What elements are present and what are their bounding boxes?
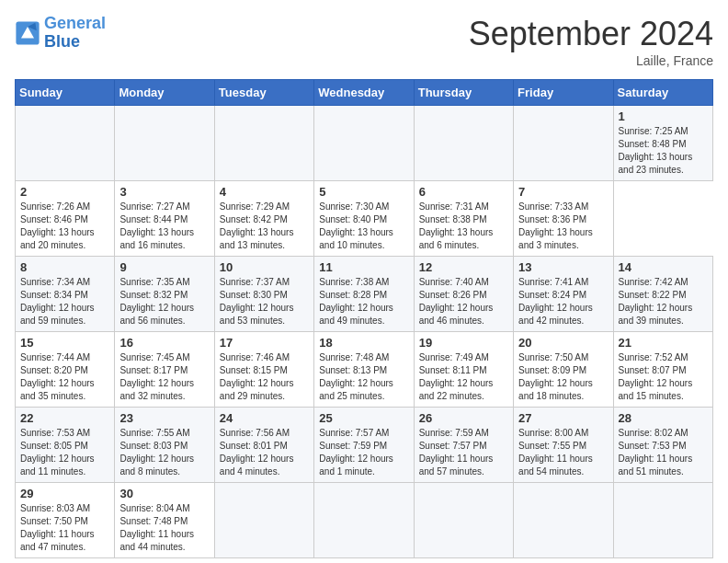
day-info: Sunrise: 7:53 AM Sunset: 8:05 PM Dayligh… <box>20 427 109 478</box>
day-number: 20 <box>518 336 608 350</box>
calendar-cell <box>214 106 313 181</box>
day-number: 17 <box>220 336 309 350</box>
calendar-cell <box>414 483 513 558</box>
day-info: Sunrise: 7:45 AM Sunset: 8:17 PM Dayligh… <box>119 351 209 403</box>
sunrise: Sunrise: 7:56 AM <box>220 427 309 440</box>
page-header: General Blue September 2024 Laille, Fran… <box>15 15 713 68</box>
sunset: Sunset: 8:24 PM <box>518 289 608 302</box>
calendar-table: Sunday Monday Tuesday Wednesday Thursday… <box>15 79 713 558</box>
logo-text: General Blue <box>44 15 106 52</box>
sunset: Sunset: 8:48 PM <box>619 138 708 151</box>
day-number: 24 <box>220 411 309 425</box>
calendar-body: 1 Sunrise: 7:25 AM Sunset: 8:48 PM Dayli… <box>16 106 713 558</box>
calendar-cell: 14 Sunrise: 7:42 AM Sunset: 8:22 PM Dayl… <box>613 257 712 332</box>
day-info: Sunrise: 7:59 AM Sunset: 7:57 PM Dayligh… <box>419 427 508 478</box>
calendar-cell: 3 Sunrise: 7:27 AM Sunset: 8:44 PM Dayli… <box>115 181 214 257</box>
daylight: Daylight: 12 hours and 39 minutes. <box>619 302 708 327</box>
calendar-cell: 12 Sunrise: 7:40 AM Sunset: 8:26 PM Dayl… <box>414 257 513 332</box>
day-info: Sunrise: 7:37 AM Sunset: 8:30 PM Dayligh… <box>220 276 309 327</box>
calendar-cell <box>214 483 313 558</box>
day-number: 8 <box>20 260 109 274</box>
day-info: Sunrise: 7:55 AM Sunset: 8:03 PM Dayligh… <box>119 427 209 478</box>
calendar-cell: 25 Sunrise: 7:57 AM Sunset: 7:59 PM Dayl… <box>314 408 414 483</box>
sunrise: Sunrise: 7:55 AM <box>119 427 209 440</box>
calendar-cell: 26 Sunrise: 7:59 AM Sunset: 7:57 PM Dayl… <box>414 408 513 483</box>
day-number: 11 <box>319 260 408 274</box>
sunset: Sunset: 8:05 PM <box>20 440 109 453</box>
day-number: 9 <box>119 260 209 274</box>
sunrise: Sunrise: 7:59 AM <box>419 427 508 440</box>
sunrise: Sunrise: 7:25 AM <box>619 125 708 138</box>
calendar-cell <box>314 106 414 181</box>
day-info: Sunrise: 7:35 AM Sunset: 8:32 PM Dayligh… <box>119 276 209 327</box>
daylight: Daylight: 13 hours and 3 minutes. <box>518 226 608 252</box>
sunset: Sunset: 8:32 PM <box>119 289 209 302</box>
calendar-cell <box>115 106 214 181</box>
day-number: 14 <box>619 260 708 274</box>
day-info: Sunrise: 7:30 AM Sunset: 8:40 PM Dayligh… <box>319 201 408 252</box>
day-info: Sunrise: 7:44 AM Sunset: 8:20 PM Dayligh… <box>20 351 109 403</box>
calendar-cell: 15 Sunrise: 7:44 AM Sunset: 8:20 PM Dayl… <box>16 332 115 408</box>
day-number: 18 <box>319 336 408 350</box>
sunset: Sunset: 8:44 PM <box>119 213 209 226</box>
month-title: September 2024 <box>469 15 713 53</box>
daylight: Daylight: 12 hours and 11 minutes. <box>20 453 109 478</box>
daylight: Daylight: 12 hours and 1 minute. <box>319 453 408 478</box>
calendar-cell <box>514 106 613 181</box>
sunrise: Sunrise: 7:33 AM <box>518 201 608 213</box>
day-info: Sunrise: 7:34 AM Sunset: 8:34 PM Dayligh… <box>20 276 109 327</box>
sunset: Sunset: 8:13 PM <box>319 364 408 377</box>
sunset: Sunset: 8:34 PM <box>20 289 109 302</box>
day-info: Sunrise: 7:29 AM Sunset: 8:42 PM Dayligh… <box>220 201 309 252</box>
sunset: Sunset: 8:38 PM <box>419 213 508 226</box>
calendar-cell: 29 Sunrise: 8:03 AM Sunset: 7:50 PM Dayl… <box>16 483 115 558</box>
day-number: 15 <box>20 336 109 350</box>
header-saturday: Saturday <box>613 80 712 106</box>
logo: General Blue <box>15 15 106 52</box>
daylight: Daylight: 12 hours and 32 minutes. <box>119 377 209 403</box>
sunrise: Sunrise: 7:41 AM <box>518 276 608 289</box>
sunset: Sunset: 7:55 PM <box>518 440 608 453</box>
day-info: Sunrise: 7:38 AM Sunset: 8:28 PM Dayligh… <box>319 276 408 327</box>
daylight: Daylight: 12 hours and 53 minutes. <box>220 302 309 327</box>
calendar-cell: 9 Sunrise: 7:35 AM Sunset: 8:32 PM Dayli… <box>115 257 214 332</box>
header-tuesday: Tuesday <box>214 80 313 106</box>
day-info: Sunrise: 8:03 AM Sunset: 7:50 PM Dayligh… <box>20 502 109 554</box>
daylight: Daylight: 13 hours and 6 minutes. <box>419 226 508 252</box>
header-thursday: Thursday <box>414 80 513 106</box>
day-number: 12 <box>419 260 508 274</box>
day-info: Sunrise: 7:50 AM Sunset: 8:09 PM Dayligh… <box>518 351 608 403</box>
sunrise: Sunrise: 7:50 AM <box>518 351 608 364</box>
day-info: Sunrise: 7:27 AM Sunset: 8:44 PM Dayligh… <box>119 201 209 252</box>
daylight: Daylight: 12 hours and 29 minutes. <box>220 377 309 403</box>
daylight: Daylight: 11 hours and 44 minutes. <box>119 528 209 554</box>
sunrise: Sunrise: 7:44 AM <box>20 351 109 364</box>
day-info: Sunrise: 7:49 AM Sunset: 8:11 PM Dayligh… <box>419 351 508 403</box>
location: Laille, France <box>469 53 713 68</box>
calendar-cell: 5 Sunrise: 7:30 AM Sunset: 8:40 PM Dayli… <box>314 181 414 257</box>
day-info: Sunrise: 7:56 AM Sunset: 8:01 PM Dayligh… <box>220 427 309 478</box>
day-number: 29 <box>20 487 109 500</box>
daylight: Daylight: 12 hours and 42 minutes. <box>518 302 608 327</box>
logo-icon <box>15 20 40 46</box>
sunset: Sunset: 8:17 PM <box>119 364 209 377</box>
daylight: Daylight: 12 hours and 59 minutes. <box>20 302 109 327</box>
day-number: 16 <box>119 336 209 350</box>
sunset: Sunset: 8:26 PM <box>419 289 508 302</box>
sunset: Sunset: 8:28 PM <box>319 289 408 302</box>
day-number: 22 <box>20 411 109 425</box>
daylight: Daylight: 11 hours and 57 minutes. <box>419 453 508 478</box>
day-number: 5 <box>319 185 408 199</box>
day-number: 13 <box>518 260 608 274</box>
calendar-cell: 17 Sunrise: 7:46 AM Sunset: 8:15 PM Dayl… <box>214 332 313 408</box>
calendar-cell <box>414 106 513 181</box>
calendar-cell: 4 Sunrise: 7:29 AM Sunset: 8:42 PM Dayli… <box>214 181 313 257</box>
title-block: September 2024 Laille, France <box>469 15 713 68</box>
day-number: 2 <box>20 185 109 199</box>
day-number: 4 <box>220 185 309 199</box>
calendar-cell: 27 Sunrise: 8:00 AM Sunset: 7:55 PM Dayl… <box>514 408 613 483</box>
sunset: Sunset: 7:59 PM <box>319 440 408 453</box>
daylight: Daylight: 12 hours and 8 minutes. <box>119 453 209 478</box>
calendar-cell: 6 Sunrise: 7:31 AM Sunset: 8:38 PM Dayli… <box>414 181 513 257</box>
daylight: Daylight: 12 hours and 46 minutes. <box>419 302 508 327</box>
